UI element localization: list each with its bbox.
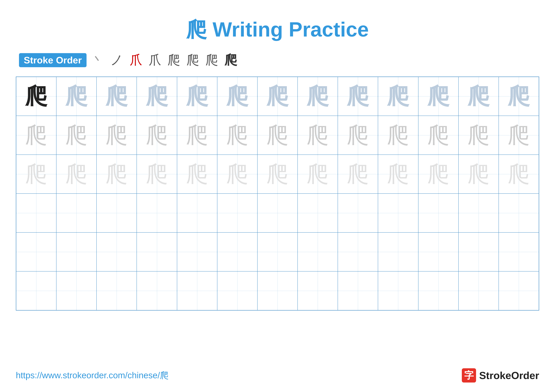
footer-logo: 字 StrokeOrder [462, 368, 539, 383]
grid-cell[interactable]: 爬 [418, 193, 459, 232]
cell-char: 爬 [266, 276, 289, 306]
grid-cell[interactable]: 爬 [418, 232, 459, 271]
stroke-step-4: 爪 [149, 51, 161, 69]
cell-char: 爬 [266, 81, 289, 111]
stroke-step-5: 爬 [168, 51, 180, 69]
grid-cell[interactable]: 爬 [459, 271, 499, 310]
grid-cell[interactable]: 爬 [137, 193, 177, 232]
cell-char: 爬 [65, 120, 88, 150]
grid-cell[interactable]: 爬 [177, 193, 217, 232]
stroke-step-7: 爬 [205, 51, 218, 69]
grid-cell[interactable]: 爬 [217, 271, 257, 310]
cell-char: 爬 [307, 81, 329, 111]
grid-cell[interactable]: 爬 [459, 232, 499, 271]
grid-cell[interactable]: 爬 [56, 232, 96, 271]
cell-char: 爬 [387, 159, 409, 189]
cell-char: 爬 [467, 81, 490, 111]
cell-char: 爬 [146, 237, 168, 267]
cell-char: 爬 [226, 120, 248, 150]
grid-cell[interactable]: 爬 [378, 232, 418, 271]
cell-char: 爬 [347, 237, 369, 267]
cell-char: 爬 [387, 198, 409, 228]
cell-char: 爬 [387, 81, 409, 111]
grid-cell[interactable]: 爬 [16, 193, 56, 232]
grid-cell[interactable]: 爬 [499, 232, 539, 271]
grid-cell[interactable]: 爬 [137, 232, 177, 271]
grid-cell[interactable]: 爬 [257, 193, 298, 232]
grid-cell: 爬 [217, 155, 257, 193]
cell-char: 爬 [186, 81, 208, 111]
cell-char: 爬 [25, 198, 47, 228]
grid-cell[interactable]: 爬 [96, 271, 137, 310]
grid-cell[interactable]: 爬 [257, 232, 298, 271]
cell-char: 爬 [427, 198, 449, 228]
cell-char: 爬 [387, 276, 409, 306]
grid-cell: 爬 [499, 116, 539, 155]
grid-cell[interactable]: 爬 [217, 193, 257, 232]
grid-cell: 爬 [56, 155, 96, 193]
grid-cell[interactable]: 爬 [177, 271, 217, 310]
cell-char: 爬 [146, 159, 168, 189]
grid-cell[interactable]: 爬 [338, 232, 378, 271]
cell-char: 爬 [106, 276, 128, 306]
grid-cell: 爬 [338, 77, 378, 116]
title-text: Writing Practice [212, 18, 369, 41]
grid-cell[interactable]: 爬 [16, 271, 56, 310]
cell-char: 爬 [387, 120, 409, 150]
cell-char: 爬 [508, 81, 530, 111]
grid-cell[interactable]: 爬 [257, 271, 298, 310]
grid-cell[interactable]: 爬 [56, 193, 96, 232]
cell-char: 爬 [508, 198, 530, 228]
cell-char: 爬 [106, 237, 128, 267]
cell-char: 爬 [226, 237, 248, 267]
title-area: 爬 Writing Practice [16, 16, 539, 44]
grid-cell[interactable]: 爬 [378, 271, 418, 310]
cell-char: 爬 [307, 159, 329, 189]
grid-cell[interactable]: 爬 [16, 232, 56, 271]
cell-char: 爬 [186, 120, 208, 150]
grid-cell: 爬 [137, 116, 177, 155]
grid-cell[interactable]: 爬 [338, 271, 378, 310]
footer: https://www.strokeorder.com/chinese/爬 字 … [16, 368, 539, 383]
grid-cell[interactable]: 爬 [177, 232, 217, 271]
footer-url[interactable]: https://www.strokeorder.com/chinese/爬 [16, 370, 169, 381]
grid-cell[interactable]: 爬 [459, 193, 499, 232]
cell-char: 爬 [347, 198, 369, 228]
grid-cell[interactable]: 爬 [217, 232, 257, 271]
grid-cell[interactable]: 爬 [298, 193, 338, 232]
cell-char: 爬 [146, 81, 168, 111]
cell-char: 爬 [106, 159, 128, 189]
grid-cell: 爬 [378, 116, 418, 155]
grid-cell[interactable]: 爬 [418, 271, 459, 310]
grid-cell[interactable]: 爬 [338, 193, 378, 232]
page-title: 爬 Writing Practice [186, 18, 369, 41]
cell-char: 爬 [266, 198, 289, 228]
grid-cell: 爬 [177, 116, 217, 155]
stroke-step-2: ノ [110, 51, 123, 69]
cell-char: 爬 [347, 159, 369, 189]
grid-cell[interactable]: 爬 [499, 271, 539, 310]
grid-cell[interactable]: 爬 [499, 193, 539, 232]
grid-cell[interactable]: 爬 [96, 193, 137, 232]
cell-char: 爬 [347, 276, 369, 306]
cell-char: 爬 [467, 159, 490, 189]
cell-char: 爬 [307, 198, 329, 228]
grid-cell: 爬 [459, 77, 499, 116]
grid-cell[interactable]: 爬 [56, 271, 96, 310]
logo-text: StrokeOrder [479, 370, 539, 381]
cell-char: 爬 [25, 81, 47, 111]
grid-cell: 爬 [418, 116, 459, 155]
cell-char: 爬 [65, 237, 88, 267]
grid-cell[interactable]: 爬 [298, 232, 338, 271]
grid-cell[interactable]: 爬 [96, 232, 137, 271]
grid-cell: 爬 [338, 116, 378, 155]
stroke-step-3: 爪 [130, 51, 142, 69]
cell-char: 爬 [508, 159, 530, 189]
cell-char: 爬 [467, 237, 490, 267]
cell-char: 爬 [307, 237, 329, 267]
grid-cell[interactable]: 爬 [137, 271, 177, 310]
cell-char: 爬 [387, 237, 409, 267]
grid-cell[interactable]: 爬 [378, 193, 418, 232]
grid-cell: 爬 [56, 116, 96, 155]
grid-cell[interactable]: 爬 [298, 271, 338, 310]
